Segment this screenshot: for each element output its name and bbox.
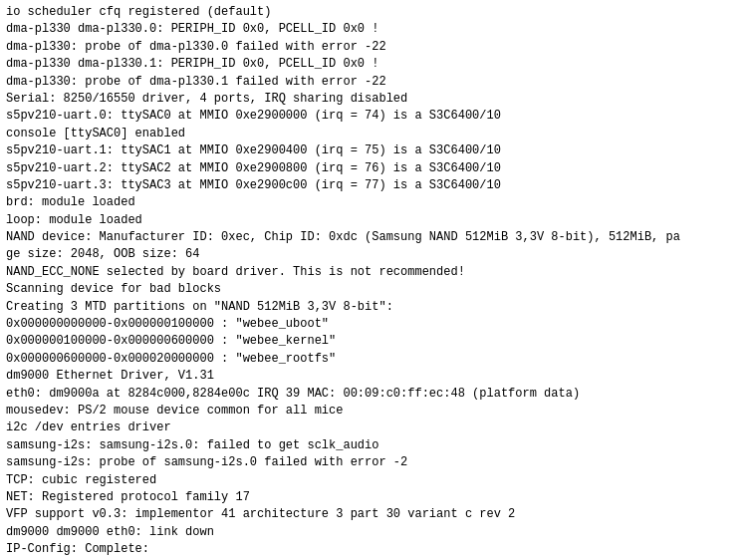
terminal-output: io scheduler cfq registered (default) dm… [0, 0, 751, 560]
